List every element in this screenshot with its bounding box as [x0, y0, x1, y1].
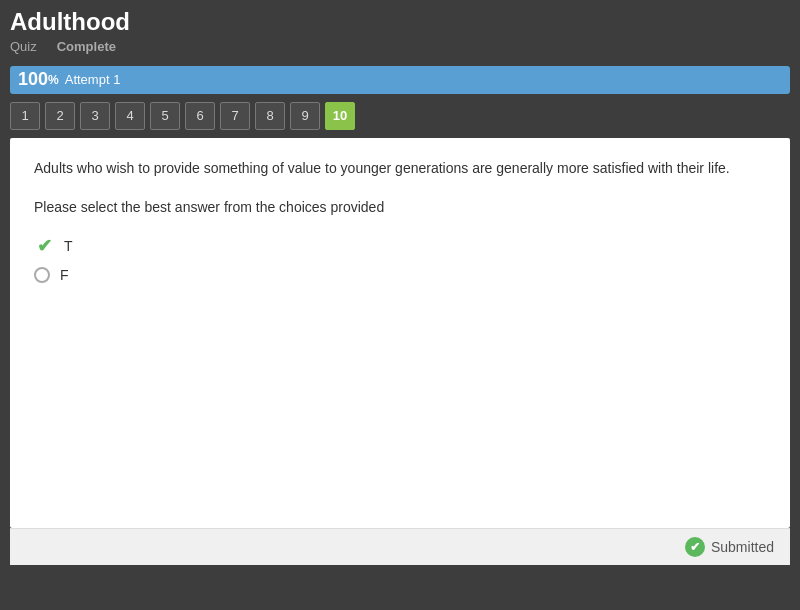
radio-f-icon	[34, 267, 50, 283]
nav-btn-6[interactable]: 6	[185, 102, 215, 130]
quiz-label: Quiz	[10, 39, 37, 54]
question-text: Adults who wish to provide something of …	[34, 158, 766, 179]
footer: ✔ Submitted	[10, 528, 790, 565]
choice-t[interactable]: ✔ T	[34, 235, 766, 257]
choice-f[interactable]: F	[34, 267, 766, 283]
checkmark-icon: ✔	[34, 235, 54, 257]
choice-f-label: F	[60, 267, 69, 283]
header-meta: Quiz Complete	[10, 39, 790, 54]
nav-btn-10[interactable]: 10	[325, 102, 355, 130]
nav-btn-2[interactable]: 2	[45, 102, 75, 130]
nav-btn-3[interactable]: 3	[80, 102, 110, 130]
progress-attempt: Attempt 1	[65, 72, 121, 87]
progress-suffix: %	[48, 73, 59, 87]
nav-btn-9[interactable]: 9	[290, 102, 320, 130]
submitted-label: Submitted	[711, 539, 774, 555]
nav-btn-4[interactable]: 4	[115, 102, 145, 130]
header: Adulthood Quiz Complete	[0, 0, 800, 60]
nav-btn-7[interactable]: 7	[220, 102, 250, 130]
question-content: Adults who wish to provide something of …	[10, 138, 790, 528]
nav-btn-8[interactable]: 8	[255, 102, 285, 130]
page-title: Adulthood	[10, 8, 790, 37]
nav-btn-5[interactable]: 5	[150, 102, 180, 130]
progress-percent: 100	[18, 69, 48, 90]
submitted-badge: ✔ Submitted	[685, 537, 774, 557]
nav-btn-1[interactable]: 1	[10, 102, 40, 130]
submitted-check-icon: ✔	[685, 537, 705, 557]
question-nav: 1 2 3 4 5 6 7 8 9 10	[0, 102, 800, 138]
progress-bar: 100 % Attempt 1	[10, 66, 790, 94]
status-badge: Complete	[57, 39, 116, 54]
instruction-text: Please select the best answer from the c…	[34, 199, 766, 215]
choice-t-label: T	[64, 238, 73, 254]
